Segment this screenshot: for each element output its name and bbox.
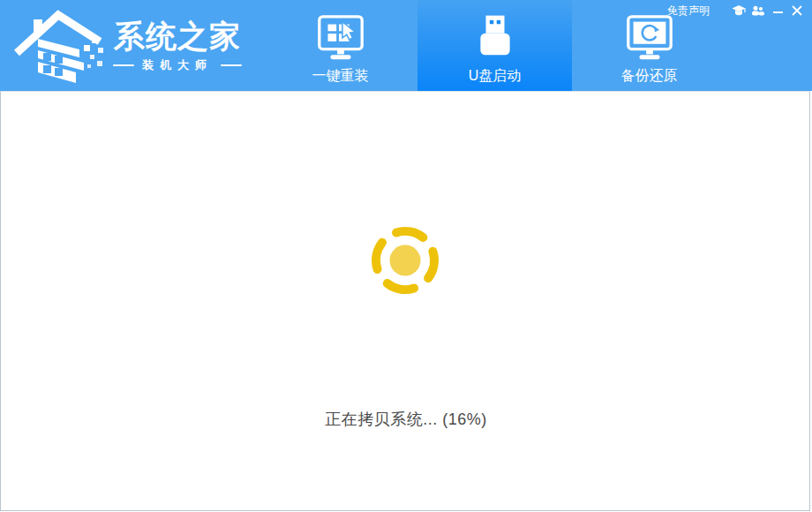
graduation-cap-icon[interactable]	[731, 4, 747, 18]
header-bar: 系统之家 装机大师	[0, 0, 812, 91]
disclaimer-link[interactable]: 免责声明	[667, 4, 710, 19]
tagline-dash-left	[113, 64, 134, 66]
titlebar-controls: 免责声明	[667, 4, 805, 18]
brand: 系统之家 装机大师	[14, 4, 242, 87]
brand-tagline: 装机大师	[113, 57, 242, 73]
close-icon[interactable]	[789, 4, 805, 18]
content-area	[0, 91, 810, 511]
nav-tabs: 一键重装 U盘启动	[263, 0, 726, 91]
yellow-ring-spinner-icon	[367, 222, 443, 298]
tab-one-key-reinstall[interactable]: 一键重装	[263, 0, 417, 91]
brand-text: 系统之家 装机大师	[113, 19, 242, 72]
monitor-windows-cursor-icon	[313, 11, 368, 65]
usb-drive-icon	[470, 11, 520, 65]
house-pixels-logo-icon	[14, 4, 106, 87]
app-window: 系统之家 装机大师	[0, 0, 812, 512]
monitor-restore-icon	[622, 11, 677, 65]
minimize-icon[interactable]	[770, 4, 786, 18]
brand-title: 系统之家	[114, 19, 241, 54]
tab-label: U盘启动	[469, 67, 522, 86]
tab-label: 备份还原	[621, 67, 678, 86]
tab-label: 一键重装	[312, 67, 369, 86]
users-icon[interactable]	[750, 4, 766, 18]
tab-usb-boot[interactable]: U盘启动	[417, 0, 572, 91]
brand-tagline-text: 装机大师	[142, 57, 213, 73]
tagline-dash-right	[221, 64, 242, 66]
copy-progress-status: 正在拷贝系统... (16%)	[0, 409, 812, 430]
